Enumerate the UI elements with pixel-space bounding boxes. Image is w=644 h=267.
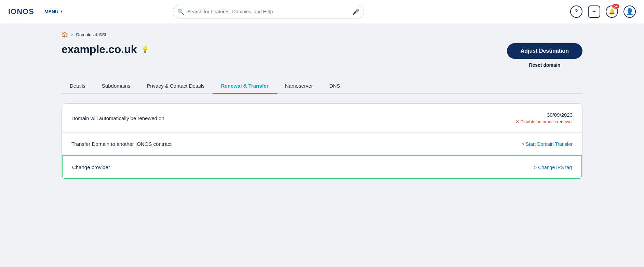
domain-header: example.co.uk 💡 Adjust Destination Reset… [62,43,582,68]
adjust-destination-button[interactable]: Adjust Destination [507,43,582,59]
disable-renewal-link[interactable]: ✕ Disable automatic renewal [515,119,573,124]
renewal-cards-container: Domain will automatically be renewed on … [62,103,582,179]
user-avatar-button[interactable]: 👤 [623,5,636,18]
change-provider-label: Change provider [72,164,110,170]
header-actions: ? ＋ 🔔 5+ 👤 [570,5,636,18]
chevron-down-icon: ▾ [61,9,63,14]
help-button[interactable]: ? [570,5,582,18]
domain-name: example.co.uk [62,43,137,56]
breadcrumb-domains-ssl[interactable]: Domains & SSL [76,32,108,37]
change-ips-tag-link[interactable]: > Change IPS tag [534,165,572,170]
search-input[interactable] [173,5,364,18]
tab-dns[interactable]: DNS [321,79,348,94]
bulb-icon[interactable]: 💡 [141,46,149,53]
change-provider-right: > Change IPS tag [534,165,572,170]
start-domain-transfer-link[interactable]: > Start Domain Transfer [522,141,573,147]
renewal-auto-right: 30/09/2023 ✕ Disable automatic renewal [515,112,573,124]
menu-label: MENU [44,9,58,14]
mic-icon[interactable]: 🎤 [352,8,359,15]
tab-renewal-transfer[interactable]: Renewal & Transfer [213,79,277,94]
reset-domain-link[interactable]: Reset domain [529,62,560,68]
plus-icon: ＋ [591,8,597,15]
tab-nameserver[interactable]: Nameserver [277,79,321,94]
main-header: IONOS MENU ▾ 🔍 🎤 ? ＋ 🔔 5+ 👤 [0,0,644,23]
question-icon: ? [575,9,578,15]
user-icon: 👤 [626,8,633,15]
tabs-bar: Details Subdomains Privacy & Contact Det… [62,79,582,94]
bell-icon: 🔔 [608,8,615,15]
search-container: 🔍 🎤 [173,5,364,18]
home-breadcrumb-icon[interactable]: 🏠 [62,31,68,38]
transfer-domain-right: > Start Domain Transfer [522,141,573,147]
tab-subdomains[interactable]: Subdomains [94,79,138,94]
ionos-logo: IONOS [8,7,34,16]
breadcrumb-separator: > [71,32,73,37]
renewal-auto-label: Domain will automatically be renewed on [71,115,164,121]
notification-badge: 5+ [612,4,619,9]
domain-title-row: example.co.uk 💡 [62,43,149,56]
add-button[interactable]: ＋ [588,5,600,18]
transfer-domain-label: Transfer Domain to another IONOS contrac… [71,141,172,147]
domain-title-section: example.co.uk 💡 [62,43,149,56]
tab-privacy-contact[interactable]: Privacy & Contact Details [138,79,213,94]
notifications-button[interactable]: 🔔 5+ [606,5,618,18]
tab-details[interactable]: Details [62,79,94,94]
menu-button[interactable]: MENU ▾ [41,7,66,16]
search-icon: 🔍 [177,8,184,15]
domain-actions: Adjust Destination Reset domain [507,43,582,68]
renewal-date: 30/09/2023 [547,112,573,118]
transfer-domain-row: Transfer Domain to another IONOS contrac… [62,133,582,155]
breadcrumb: 🏠 > Domains & SSL [62,31,582,38]
renewal-auto-row: Domain will automatically be renewed on … [62,104,582,133]
change-provider-row: Change provider > Change IPS tag [62,155,582,179]
main-content: 🏠 > Domains & SSL example.co.uk 💡 Adjust… [0,23,644,267]
